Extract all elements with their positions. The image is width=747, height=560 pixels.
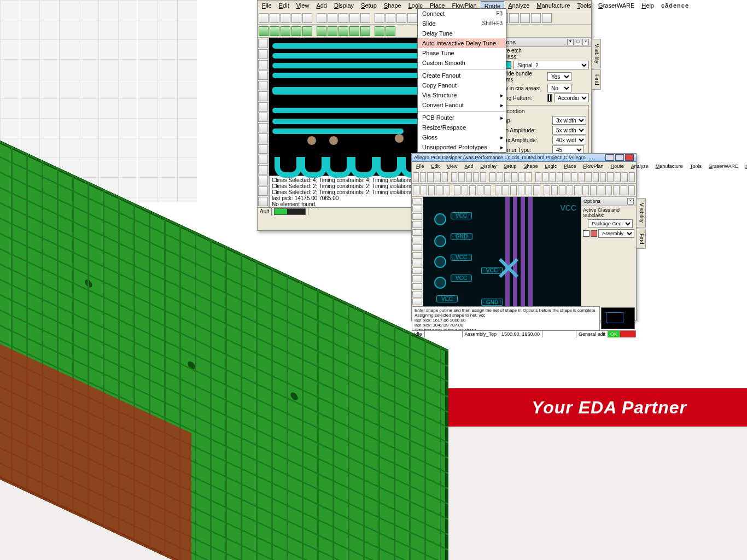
toolbar-button[interactable] xyxy=(533,185,540,195)
menu-setup[interactable]: Setup xyxy=(500,162,520,170)
palette-tool[interactable] xyxy=(412,206,422,212)
toolbar-button[interactable] xyxy=(396,13,406,23)
side-tab-find[interactable]: Find xyxy=(591,69,601,90)
menu-shape[interactable]: Shape xyxy=(381,1,405,11)
tool-palette-left[interactable] xyxy=(412,197,423,306)
toolbar-button[interactable] xyxy=(413,172,419,182)
toolbar-button[interactable] xyxy=(629,172,635,182)
palette-tool[interactable] xyxy=(412,267,422,274)
toolbar-button[interactable] xyxy=(586,172,592,182)
toolbar-button[interactable] xyxy=(489,172,495,182)
toolbar-button[interactable] xyxy=(480,172,486,182)
toolbar-button[interactable] xyxy=(557,172,563,182)
toolbar-secondary[interactable] xyxy=(412,184,636,197)
toolbar-button[interactable] xyxy=(550,172,556,182)
toolbar-button[interactable] xyxy=(442,172,448,182)
palette-tool[interactable] xyxy=(412,283,422,290)
worldview-thumbnail[interactable] xyxy=(601,307,635,329)
toolbar-button[interactable] xyxy=(281,26,290,36)
palette-tool[interactable] xyxy=(258,133,268,143)
toolbar-button[interactable] xyxy=(458,172,464,182)
toolbar-button[interactable] xyxy=(436,185,442,195)
menu-analyze[interactable]: Analyze xyxy=(628,162,652,170)
side-tabs[interactable]: VisibilityFind xyxy=(591,39,601,90)
toolbar-button[interactable] xyxy=(451,172,457,182)
menu-setup[interactable]: Setup xyxy=(358,1,380,11)
toolbar-button[interactable] xyxy=(349,13,359,23)
menu-tools[interactable]: Tools xyxy=(574,1,594,11)
toolbar-button[interactable] xyxy=(462,185,468,195)
maximize-icon[interactable] xyxy=(615,154,624,161)
toolbar-button[interactable] xyxy=(518,172,524,182)
menu-add[interactable]: Add xyxy=(461,162,476,170)
toolbar-button[interactable] xyxy=(535,172,541,182)
titlebar[interactable]: Allegro PCB Designer (was Performance L)… xyxy=(412,154,636,162)
toolbar-button[interactable] xyxy=(413,185,419,195)
toolbar-button[interactable] xyxy=(590,185,597,195)
toolbar-button[interactable] xyxy=(526,172,532,182)
palette-tool[interactable] xyxy=(258,60,268,69)
palette-tool[interactable] xyxy=(412,229,422,236)
menu-display[interactable]: Display xyxy=(331,1,357,11)
menu-place[interactable]: Place xyxy=(561,162,580,170)
palette-tool[interactable] xyxy=(412,252,422,259)
palette-tool[interactable] xyxy=(412,213,422,220)
palette-tool[interactable] xyxy=(258,113,268,122)
toolbar-button[interactable] xyxy=(291,13,301,23)
subclass-select[interactable]: Assembly_Top xyxy=(598,229,634,238)
menu-item[interactable]: Delay Tune xyxy=(418,28,506,38)
toolbar-button[interactable] xyxy=(582,185,589,195)
toolbar-button[interactable] xyxy=(360,13,370,23)
toolbar-button[interactable] xyxy=(259,26,269,36)
toolbar-button[interactable] xyxy=(518,185,524,195)
toolbar-button[interactable] xyxy=(477,185,483,195)
toolbar-button[interactable] xyxy=(454,185,460,195)
palette-tool[interactable] xyxy=(258,91,268,101)
toolbar-button[interactable] xyxy=(615,172,621,182)
toolbar-button[interactable] xyxy=(510,185,517,195)
toolbar-button[interactable] xyxy=(485,185,491,195)
menu-help[interactable]: Help xyxy=(638,1,657,11)
menu-view[interactable]: View xyxy=(443,162,460,170)
menu-logic[interactable]: Logic xyxy=(542,162,561,170)
menu-edit[interactable]: Edit xyxy=(428,162,443,170)
toolbar-main[interactable] xyxy=(412,171,636,184)
menu-view[interactable]: View xyxy=(293,1,313,11)
toolbar-button[interactable] xyxy=(567,185,573,195)
toolbar-button[interactable] xyxy=(509,13,519,23)
toolbar-button[interactable] xyxy=(559,185,565,195)
toolbar-button[interactable] xyxy=(593,172,599,182)
menu-shape[interactable]: Shape xyxy=(521,162,541,170)
route-menu[interactable]: ConnectF3SlideShift+F3Delay TuneAuto-int… xyxy=(417,8,506,153)
palette-tool[interactable] xyxy=(412,299,422,305)
toolbar-button[interactable] xyxy=(605,185,612,195)
menu-flowplan[interactable]: FlowPlan xyxy=(580,162,607,170)
side-tab-find[interactable]: Find xyxy=(636,229,646,249)
palette-tool[interactable] xyxy=(258,81,268,90)
menu-file[interactable]: File xyxy=(259,1,275,11)
toolbar-button[interactable] xyxy=(495,185,501,195)
menu-item[interactable]: PCB Router▸ xyxy=(418,113,506,122)
toolbar-button[interactable] xyxy=(270,13,279,23)
menu-item[interactable]: Phase Tune xyxy=(418,48,506,58)
toolbar-button[interactable] xyxy=(375,26,384,36)
toolbar-button[interactable] xyxy=(443,185,450,195)
panel-restore-icon[interactable]: ▾ xyxy=(567,39,574,45)
palette-tool[interactable] xyxy=(412,275,422,282)
menu-edit[interactable]: Edit xyxy=(276,1,293,11)
palette-tool[interactable] xyxy=(258,123,268,132)
palette-tool[interactable] xyxy=(412,221,422,228)
toolbar-button[interactable] xyxy=(574,185,581,195)
toolbar-button[interactable] xyxy=(542,13,552,23)
menu-item[interactable]: Via Structure▸ xyxy=(418,90,506,100)
toolbar-button[interactable] xyxy=(613,185,620,195)
toolbar-button[interactable] xyxy=(520,13,530,23)
toolbar-button[interactable] xyxy=(386,26,395,36)
side-tab-visibility[interactable]: Visibility xyxy=(591,39,601,68)
menu-item[interactable]: Create Fanout xyxy=(418,71,506,80)
toolbar-button[interactable] xyxy=(317,26,326,36)
panel-close-icon[interactable]: × xyxy=(627,198,634,205)
toolbar-button[interactable] xyxy=(497,172,503,182)
menu-graserware[interactable]: GraserWARE xyxy=(595,1,638,11)
palette-tool[interactable] xyxy=(258,39,268,48)
